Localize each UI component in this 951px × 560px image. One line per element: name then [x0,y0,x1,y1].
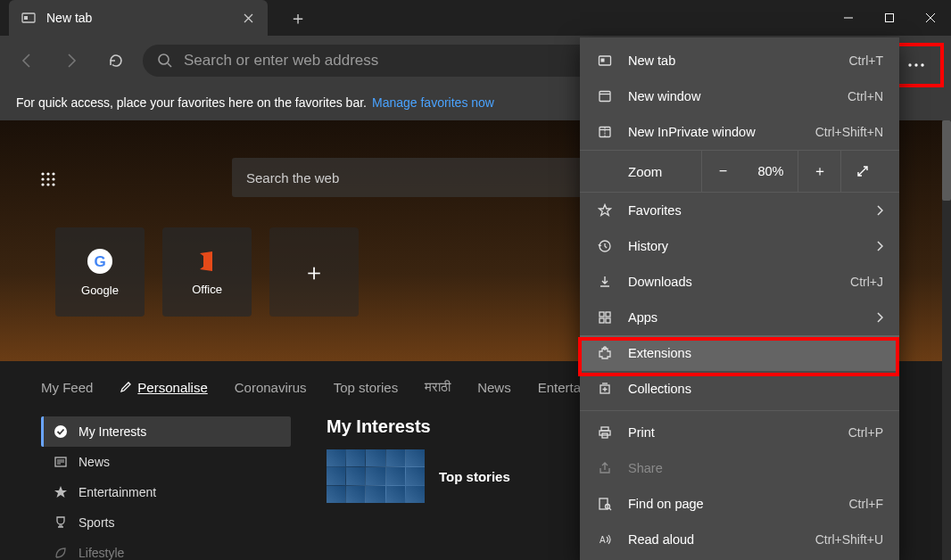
manage-favorites-link[interactable]: Manage favorites now [372,95,494,110]
settings-menu: New tab Ctrl+T New window Ctrl+N New InP… [580,37,899,560]
tile-label: Office [192,283,222,296]
sidebar-item-lifestyle[interactable]: Lifestyle [41,538,291,560]
tile-label: Google [81,284,119,297]
svg-point-8 [46,172,49,175]
svg-rect-29 [606,318,610,323]
menu-label: Find on page [628,497,835,511]
feed-tab-marathi[interactable]: मराठी [425,379,451,395]
zoom-in-button[interactable]: ＋ [798,150,840,193]
minimize-button[interactable] [828,0,869,36]
apps-grid-icon [34,165,62,194]
svg-point-12 [52,177,54,180]
svg-point-11 [46,177,49,180]
svg-point-15 [52,183,54,185]
find-icon [596,497,614,511]
svg-point-7 [41,172,44,175]
scrollbar-thumb[interactable] [942,120,951,201]
sidebar-item-entertainment[interactable]: Entertainment [41,477,291,507]
feed-tab-topstories[interactable]: Top stories [334,380,399,395]
search-icon [157,53,173,69]
sidebar-item-label: Sports [79,515,114,530]
svg-rect-21 [600,56,611,65]
close-window-button[interactable] [910,0,951,36]
menu-item-extensions[interactable]: Extensions [580,335,899,371]
tab-left: New tab [21,11,92,25]
feed-tab-news[interactable]: News [477,380,511,395]
menu-label: New window [628,89,833,103]
collections-icon [596,382,614,396]
browser-window: New tab ＋ Search or enter web address Fo… [0,0,951,560]
history-icon [596,239,614,253]
menu-item-favorites[interactable]: Favorites [580,193,899,228]
fullscreen-button[interactable] [840,150,883,193]
menu-item-downloads[interactable]: Downloads Ctrl+J [580,264,899,300]
sidebar-item-my-interests[interactable]: My Interests [41,416,291,447]
svg-rect-1 [24,16,28,20]
menu-item-collections[interactable]: Collections [580,371,899,407]
extensions-icon [596,346,614,360]
chevron-right-icon [876,205,883,216]
svg-rect-26 [600,312,604,317]
svg-point-10 [41,177,44,180]
feed-tab-personalise[interactable]: Personalise [120,380,207,395]
quick-links: G Google Office ＋ [55,227,359,317]
leaf-icon [54,546,68,560]
interests-main: My Interests Top stories [327,416,612,560]
refresh-button[interactable] [98,43,134,78]
maximize-button[interactable] [869,0,910,36]
sidebar-item-label: News [79,455,110,469]
tile-google[interactable]: G Google [55,227,145,317]
menu-shortcut: Ctrl+Shift+N [815,125,883,139]
office-logo-icon [194,249,219,274]
highlight-more-button [892,43,944,87]
download-icon [596,275,614,289]
menu-item-apps[interactable]: Apps [580,300,899,335]
menu-item-read-aloud[interactable]: A Read aloud Ctrl+Shift+U [580,522,899,557]
sidebar-item-label: My Interests [79,424,146,439]
svg-rect-22 [601,59,605,62]
forward-button[interactable] [54,43,89,78]
sidebar-item-label: Lifestyle [79,546,124,560]
menu-label: Collections [628,382,883,396]
menu-item-new-window[interactable]: New window Ctrl+N [580,78,899,114]
menu-label: Read aloud [628,532,801,547]
story-row[interactable]: Top stories [327,449,612,503]
zoom-out-button[interactable]: − [701,150,744,193]
inprivate-icon [596,125,614,139]
favorites-bar-text: For quick access, place your favorites h… [16,95,367,110]
menu-label: New tab [628,54,835,68]
new-tab-button[interactable]: ＋ [284,4,312,32]
menu-zoom-row: Zoom − 80% ＋ [580,150,899,193]
menu-item-find[interactable]: Find on page Ctrl+F [580,486,899,522]
svg-rect-27 [606,312,610,317]
new-tab-page-icon [21,11,36,25]
add-tile-button[interactable]: ＋ [269,227,359,317]
menu-item-inprivate[interactable]: New InPrivate window Ctrl+Shift+N [580,114,899,150]
menu-item-print[interactable]: Print Ctrl+P [580,415,899,450]
menu-label: Print [628,425,834,440]
feed-tab-coronavirus[interactable]: Coronavirus [235,380,307,395]
sidebar-item-news[interactable]: News [41,447,291,477]
star-icon [54,485,68,499]
sidebar-item-sports[interactable]: Sports [41,507,291,538]
app-launcher-button[interactable] [34,165,71,194]
menu-label: New InPrivate window [628,125,801,139]
close-tab-button[interactable] [241,11,255,25]
menu-item-new-tab[interactable]: New tab Ctrl+T [580,43,899,78]
svg-rect-2 [886,14,894,22]
menu-item-share: Share [580,450,899,486]
menu-shortcut: Ctrl+F [849,497,884,511]
svg-text:A: A [600,535,606,545]
menu-item-history[interactable]: History [580,228,899,264]
browser-tab[interactable]: New tab [9,0,268,36]
svg-rect-23 [600,92,610,102]
feed-tab-myfeed[interactable]: My Feed [41,380,93,395]
tile-office[interactable]: Office [162,227,252,317]
back-button[interactable] [9,43,45,78]
svg-point-9 [52,172,54,175]
menu-label: Share [628,461,883,475]
hero-search-input[interactable]: Search the web [232,158,607,197]
sidebar-item-label: Entertainment [79,485,156,499]
check-circle-icon [54,424,68,439]
zoom-label: Zoom [596,164,701,179]
